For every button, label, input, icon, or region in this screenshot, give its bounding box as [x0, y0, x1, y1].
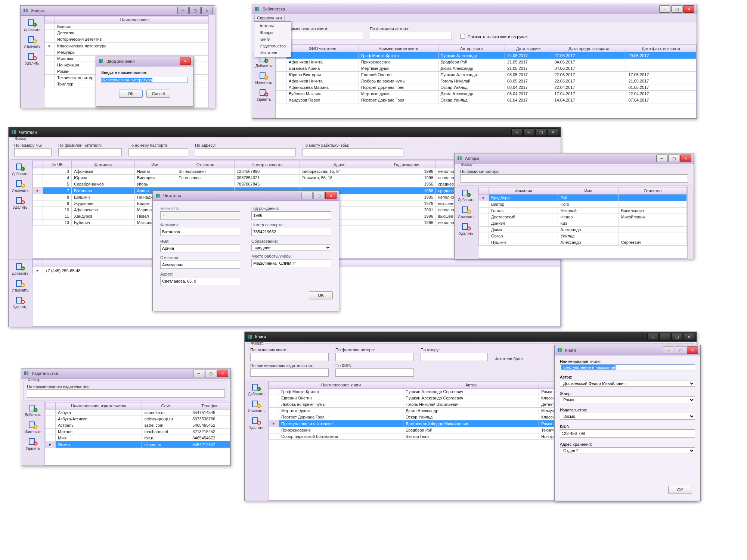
table-row[interactable]: Афанасьева МаринаПортрет Дориана ГреяОск… — [276, 84, 696, 91]
table-row[interactable]: Мирmir.ru8465454672 — [46, 435, 230, 441]
titlebar[interactable]: Ввод значения ✕ — [96, 56, 193, 66]
filter-surname[interactable] — [58, 148, 122, 156]
sidebar-edit[interactable]: ✎Изменить — [9, 178, 32, 194]
filter-work[interactable] — [303, 148, 403, 156]
sidebar-add[interactable]: +Добавить — [9, 261, 32, 277]
table-row[interactable]: Азбукаazbooka.ru6547514545 — [46, 410, 230, 416]
titlebar[interactable]: Книги ↔ ─ ▢ ✕ — [245, 332, 697, 342]
sidebar-edit[interactable]: ✎Изменить — [252, 70, 275, 86]
genre-cell[interactable]: Мемуары — [55, 49, 214, 56]
table-row[interactable]: ▸БрэдбериРэй — [479, 195, 687, 201]
menu-item[interactable]: Жанры — [254, 29, 291, 36]
genre-cell[interactable]: Детектив — [55, 30, 214, 36]
sidebar-delete[interactable]: ✖Удалить — [21, 51, 44, 67]
minimize-button[interactable]: ─ — [523, 128, 534, 136]
table-row[interactable]: ДюмаАлександр — [479, 227, 687, 233]
sidebar-edit[interactable]: ✎Изменить — [9, 278, 32, 294]
table-row[interactable]: Махаонmachaon.net3213215452 — [46, 429, 230, 435]
address-input[interactable] — [160, 277, 240, 285]
year-input[interactable] — [251, 211, 331, 220]
sidebar-add[interactable]: +Добавить — [455, 187, 478, 203]
table-row[interactable]: ГогольНиколайВасильевич — [479, 208, 687, 214]
sidebar-edit[interactable]: ✎Изменить — [21, 419, 44, 435]
close-button[interactable]: ✕ — [325, 192, 337, 199]
sidebar-add[interactable]: +Добавить — [245, 382, 268, 398]
library-table[interactable]: ФИО читателяНаименование книгиАвтор книг… — [276, 45, 696, 103]
table-row[interactable]: Афоников НикитаПрикосновениеБрэдбери Рэй… — [276, 59, 696, 65]
sidebar-edit[interactable]: ✎Изменить — [455, 204, 478, 220]
passport-input[interactable] — [251, 228, 331, 236]
close-button[interactable]: ✕ — [683, 333, 694, 340]
surname-input[interactable] — [160, 228, 240, 236]
authors-table[interactable]: ФамилияИмяОтчество▸БрэдбериРэйВикторГюго… — [478, 187, 687, 246]
titlebar[interactable]: Жанры ─ ▢ ✕ — [21, 6, 215, 16]
sidebar-delete[interactable]: ✖Удалить — [455, 221, 478, 237]
sidebar-add[interactable]: +Добавить — [21, 17, 44, 33]
close-button[interactable]: ✕ — [201, 7, 213, 14]
ok-button[interactable]: OK — [119, 90, 143, 98]
ok-button[interactable]: OK — [309, 291, 333, 299]
work-input[interactable] — [251, 259, 331, 267]
author-select[interactable]: Достоевский Федор Михайлович — [560, 380, 695, 387]
move-button[interactable]: ↔ — [511, 128, 523, 136]
books-filter-pub[interactable] — [250, 368, 329, 377]
filter-book-input[interactable] — [281, 32, 363, 40]
maximize-button[interactable]: ▢ — [671, 5, 682, 13]
education-select[interactable]: среднее — [251, 244, 331, 251]
close-button[interactable]: ✕ — [680, 155, 691, 162]
onhands-checkbox[interactable]: Показать только книги на руках — [459, 33, 528, 40]
table-row[interactable]: ПушкинАлександрСергеевич — [479, 239, 687, 246]
minimize-button[interactable]: ─ — [659, 5, 670, 13]
books-filter-name[interactable] — [250, 353, 329, 361]
publisher-select[interactable]: Эксмо — [560, 413, 695, 420]
table-row[interactable]: Юрина ВикторияЕвгений ОнегинПушкин Алекс… — [276, 72, 696, 78]
menubar[interactable]: Справочники — [252, 14, 697, 22]
titlebar[interactable]: Библиотека ─ ▢ ✕ — [252, 4, 697, 14]
publisher-filter-input[interactable] — [27, 389, 225, 398]
sidebar-edit[interactable]: ✎Изменить — [245, 398, 268, 414]
filter-address[interactable] — [195, 148, 296, 156]
books-filter-isbn[interactable] — [335, 368, 414, 377]
menu-item[interactable]: Книги — [254, 36, 291, 43]
menu-item[interactable]: Читатели — [254, 49, 291, 56]
move-button[interactable]: ↔ — [647, 333, 658, 340]
sidebar-delete[interactable]: ✖Удалить — [21, 436, 44, 452]
genres-input[interactable]: Классическая литература — [102, 78, 152, 82]
maximize-button[interactable]: ▢ — [671, 333, 682, 340]
sidebar-add[interactable]: +Добавить — [21, 402, 44, 419]
table-row[interactable]: Афоников НикитаЛюбовь во время чумыГогол… — [276, 78, 696, 84]
table-row[interactable]: Астрельastrel.com5465465452 — [46, 422, 230, 429]
books-filter-genre[interactable] — [421, 353, 488, 361]
close-button[interactable]: ✕ — [687, 346, 698, 354]
books-filter-author[interactable] — [335, 353, 414, 361]
minimize-button[interactable]: ─ — [659, 333, 670, 340]
menu-root[interactable]: Справочники — [254, 15, 285, 21]
close-button[interactable]: ✕ — [547, 128, 558, 136]
sidebar-edit[interactable]: ✎Изменить — [21, 34, 44, 50]
name-input[interactable] — [160, 244, 240, 252]
table-row[interactable]: Хандуров ПавелПортрет Дориана ГреяОскар … — [276, 97, 696, 103]
titlebar[interactable]: Авторы ─ ▢ ✕ — [455, 153, 694, 164]
filter-author-input[interactable] — [370, 32, 452, 40]
table-row[interactable]: ▸Граф Монте-КристоПушкин Александр24.05.… — [276, 52, 696, 59]
cancel-button[interactable]: Cancel — [146, 90, 170, 98]
filter-num[interactable] — [14, 148, 52, 156]
sidebar-delete[interactable]: ✖Удалить — [252, 87, 275, 103]
maximize-button[interactable]: ▢ — [189, 7, 201, 14]
close-button[interactable]: ✕ — [683, 5, 694, 13]
table-row[interactable]: ОскарУайльд — [479, 233, 687, 239]
table-row[interactable]: ВикторГюго — [479, 201, 687, 208]
genre-cell[interactable]: Классическая литература — [55, 43, 214, 49]
table-row[interactable]: ▸Эксмоeksmo.ru5454212347 — [46, 441, 230, 448]
menu-popup[interactable]: АвторыЖанрыКнигиИздательстваЧитатели — [254, 21, 291, 57]
table-row[interactable]: Бубелич МаксимМертвые душиДюма Александр… — [276, 91, 696, 97]
ok-button[interactable]: OK — [668, 486, 692, 494]
genre-cell[interactable]: Боевик — [55, 24, 214, 30]
minimize-button[interactable]: ─ — [193, 370, 204, 377]
titlebar[interactable]: Читатели ─ ▢ ✕ — [153, 191, 339, 201]
titlebar[interactable]: Книги ─ ▢ ✕ — [555, 345, 700, 355]
close-button[interactable]: ✕ — [180, 57, 191, 65]
isbn-input[interactable] — [560, 429, 695, 438]
sidebar-delete[interactable]: ✖Удалить — [245, 415, 268, 431]
close-button[interactable]: ✕ — [217, 370, 228, 377]
